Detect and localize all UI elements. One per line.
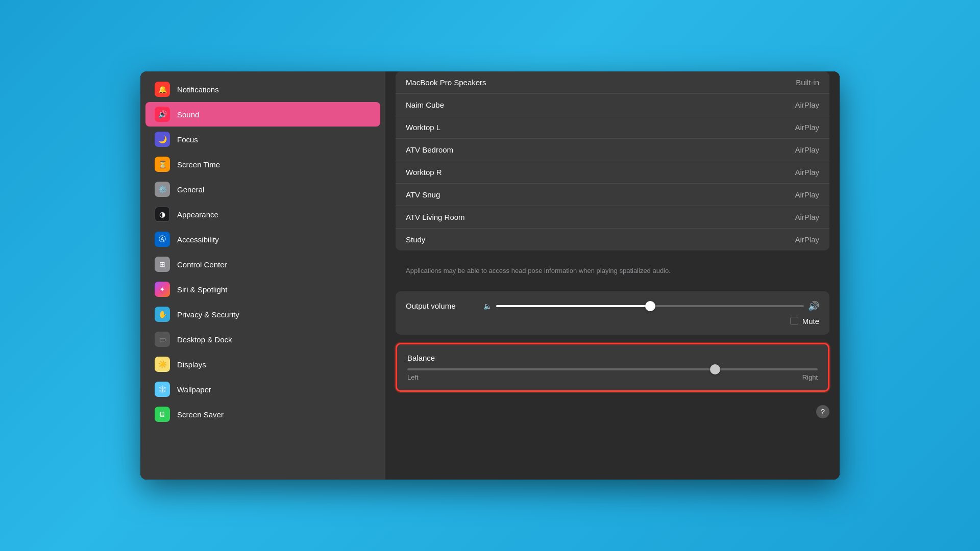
device-type-1: AirPlay [795,101,819,109]
volume-section: Output volume 🔈 🔊 Mute [396,291,829,335]
device-type-0: Built-in [796,78,819,87]
device-name-7: Study [406,235,425,244]
desktopdock-icon: ▭ [155,332,170,347]
device-type-2: AirPlay [795,123,819,132]
volume-label: Output volume [406,302,477,310]
device-name-6: ATV Living Room [406,213,465,221]
settings-window: 🔔Notifications🔊Sound🌙Focus⏳Screen Time⚙️… [140,71,840,480]
sidebar-item-privacy[interactable]: ✋Privacy & Security [145,302,380,327]
sidebar-item-focus[interactable]: 🌙Focus [145,127,380,152]
device-name-5: ATV Snug [406,190,440,199]
volume-low-icon: 🔈 [483,302,492,310]
sidebar-item-displays[interactable]: ☀️Displays [145,352,380,377]
sidebar-item-label-accessibility: Accessibility [177,235,219,244]
displays-icon: ☀️ [155,357,170,372]
device-row-6[interactable]: ATV Living RoomAirPlay [396,206,829,229]
balance-slider-track[interactable] [407,368,818,370]
sidebar-item-label-screensaver: Screen Saver [177,410,224,419]
mute-checkbox[interactable] [790,317,798,325]
balance-slider-thumb[interactable] [710,364,720,374]
volume-high-icon: 🔊 [808,300,819,312]
sidebar-item-label-wallpaper: Wallpaper [177,385,211,394]
volume-slider-container: 🔈 🔊 [483,300,819,312]
general-icon: ⚙️ [155,182,170,197]
sidebar-item-label-sound: Sound [177,110,199,119]
sidebar-item-label-screentime: Screen Time [177,160,220,169]
mute-label: Mute [802,317,819,325]
controlcenter-icon: ⊞ [155,257,170,272]
spatialized-audio-note: Applications may be able to access head … [396,259,829,283]
sidebar-item-screensaver[interactable]: 🖥Screen Saver [145,402,380,427]
device-name-4: Worktop R [406,168,442,177]
sidebar-item-siri[interactable]: ✦Siri & Spotlight [145,277,380,302]
sidebar: 🔔Notifications🔊Sound🌙Focus⏳Screen Time⚙️… [140,71,385,480]
balance-labels: Left Right [407,373,818,381]
volume-slider-track[interactable] [496,305,804,307]
siri-icon: ✦ [155,282,170,297]
privacy-icon: ✋ [155,307,170,322]
sidebar-item-label-privacy: Privacy & Security [177,310,239,319]
device-type-4: AirPlay [795,168,819,177]
sidebar-item-label-focus: Focus [177,135,198,144]
wallpaper-icon: ❄️ [155,382,170,397]
device-row-2[interactable]: Worktop LAirPlay [396,116,829,139]
sidebar-item-screentime[interactable]: ⏳Screen Time [145,152,380,177]
sound-icon: 🔊 [155,107,170,122]
sidebar-item-label-appearance: Appearance [177,210,218,219]
appearance-icon: ◑ [155,207,170,222]
screentime-icon: ⏳ [155,157,170,172]
device-type-3: AirPlay [795,145,819,154]
sidebar-item-label-general: General [177,185,204,194]
device-row-0[interactable]: MacBook Pro SpeakersBuilt-in [396,71,829,94]
device-type-7: AirPlay [795,235,819,244]
device-name-1: Naim Cube [406,101,444,109]
device-type-6: AirPlay [795,213,819,221]
sidebar-item-controlcenter[interactable]: ⊞Control Center [145,252,380,277]
output-devices-table: MacBook Pro SpeakersBuilt-inNaim CubeAir… [396,71,829,251]
mute-row: Mute [406,317,819,325]
help-area: ? [385,400,840,423]
sidebar-item-desktopdock[interactable]: ▭Desktop & Dock [145,327,380,352]
balance-section: Balance Left Right [396,343,829,392]
focus-icon: 🌙 [155,132,170,147]
sidebar-item-sound[interactable]: 🔊Sound [145,102,380,127]
accessibility-icon: Ⓐ [155,232,170,247]
notifications-icon: 🔔 [155,82,170,97]
balance-label: Balance [407,354,818,362]
sidebar-item-general[interactable]: ⚙️General [145,177,380,202]
device-type-5: AirPlay [795,190,819,199]
device-row-3[interactable]: ATV BedroomAirPlay [396,139,829,161]
volume-slider-fill [496,305,650,307]
sidebar-item-label-desktopdock: Desktop & Dock [177,335,232,344]
help-button[interactable]: ? [816,405,829,418]
volume-row: Output volume 🔈 🔊 [406,300,819,312]
sidebar-item-label-controlcenter: Control Center [177,260,227,269]
sidebar-item-appearance[interactable]: ◑Appearance [145,202,380,227]
balance-right-label: Right [802,373,818,381]
balance-left-label: Left [407,373,419,381]
device-name-3: ATV Bedroom [406,145,453,154]
sidebar-item-label-notifications: Notifications [177,85,219,94]
main-content: MacBook Pro SpeakersBuilt-inNaim CubeAir… [385,71,840,480]
device-name-2: Worktop L [406,123,440,132]
sidebar-item-accessibility[interactable]: ⒶAccessibility [145,227,380,252]
device-name-0: MacBook Pro Speakers [406,78,486,87]
device-row-5[interactable]: ATV SnugAirPlay [396,184,829,206]
sidebar-item-wallpaper[interactable]: ❄️Wallpaper [145,377,380,402]
volume-slider-thumb[interactable] [645,301,655,311]
device-row-1[interactable]: Naim CubeAirPlay [396,94,829,116]
device-row-4[interactable]: Worktop RAirPlay [396,161,829,184]
sidebar-item-label-siri: Siri & Spotlight [177,285,227,294]
screensaver-icon: 🖥 [155,407,170,422]
sidebar-item-notifications[interactable]: 🔔Notifications [145,77,380,102]
sidebar-item-label-displays: Displays [177,360,206,369]
device-row-7[interactable]: StudyAirPlay [396,229,829,251]
